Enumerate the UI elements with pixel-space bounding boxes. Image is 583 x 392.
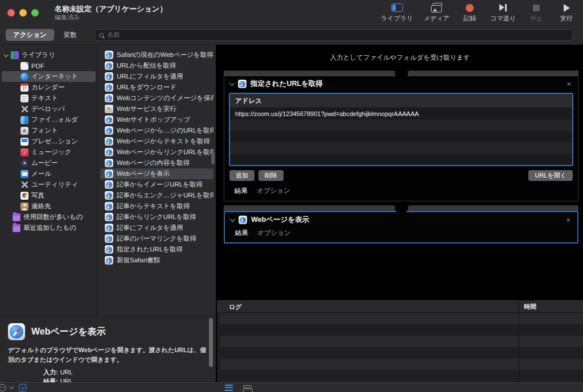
workflow-settings-icon[interactable]	[0, 384, 6, 391]
add-button[interactable]: 追加	[229, 170, 254, 181]
action-list-item[interactable]: 記事にフィルタを適用	[100, 222, 214, 233]
sidebar-item[interactable]: PDF	[2, 60, 96, 71]
toolbar-stop-button[interactable]: 中止	[527, 3, 546, 23]
chevron-down-icon[interactable]	[9, 384, 14, 389]
action-block-display-webpages[interactable]: Webページを表示 × 結果 オプション	[224, 211, 578, 244]
log-row	[220, 313, 583, 324]
tab-actions[interactable]: アクション	[6, 29, 54, 41]
toolbar-record-button[interactable]: 記録	[460, 3, 479, 23]
sidebar-item[interactable]: デベロッパ	[2, 104, 96, 114]
sidebar-item[interactable]: 最近追加したもの	[2, 222, 96, 233]
folder-icon	[13, 213, 20, 221]
close-icon[interactable]: ×	[565, 216, 572, 224]
safari-icon	[239, 216, 247, 224]
time-column-header[interactable]: 時間	[519, 301, 536, 312]
action-list-item[interactable]: 記事からエンク…ジャURLを取得	[100, 190, 214, 201]
zoom-window-button[interactable]	[31, 9, 39, 16]
block-title: 指定されたURLを取得	[251, 79, 561, 89]
action-list-item[interactable]: Webコンテンツのイメージを保存	[100, 93, 214, 104]
media-browser-toggle-icon[interactable]	[19, 384, 27, 391]
log-header: ログ 時間	[217, 301, 583, 313]
results-link[interactable]: 結果	[235, 187, 248, 195]
address-table[interactable]: アドレス https://zoom.us/j/12345678901?pwd=a…	[229, 93, 573, 166]
safari-icon	[238, 80, 247, 88]
toolbar-step-button[interactable]: コマ送り	[490, 3, 516, 23]
delete-button[interactable]: 削除	[258, 170, 284, 181]
action-list-item[interactable]: Webページを表示	[100, 168, 214, 179]
title-bar: 名称未設定（アプリケーション） 編集済み ライブラリ メディア 記録 コマ送り …	[0, 0, 583, 26]
safari-icon	[105, 72, 113, 81]
action-list-item[interactable]: URLをダウンロード	[100, 82, 214, 93]
close-icon[interactable]: ×	[565, 80, 572, 88]
action-list-item[interactable]: Safariの現在のWebページを取得	[100, 49, 214, 60]
pres-icon	[20, 138, 28, 146]
results-link[interactable]: 結果	[235, 229, 248, 237]
sidebar-item[interactable]: メール	[2, 168, 96, 179]
log-row	[217, 370, 583, 381]
toolbar-media-button[interactable]: メディア	[424, 3, 449, 23]
sidebar-item[interactable]: ファイ…ォルダ	[2, 114, 96, 125]
address-rows: https://zoom.us/j/12345678901?pwd=abcdef…	[230, 108, 572, 165]
description-scrollbar[interactable]	[209, 318, 213, 367]
action-list-item[interactable]: URLから配信を取得	[100, 60, 214, 71]
sidebar-item[interactable]: ミュージック	[2, 147, 96, 158]
sidebar-item[interactable]: テキスト	[2, 93, 96, 104]
action-list-item[interactable]: 記事のパーマリンクを取得	[100, 233, 214, 244]
sidebar-item[interactable]: 連絡先	[2, 201, 96, 212]
action-list-item[interactable]: 記事からテキストを取得	[100, 201, 214, 212]
webservice-icon	[105, 105, 113, 113]
action-list-item[interactable]: Webページの内容を取得	[100, 158, 214, 168]
log-panel-view-icon[interactable]	[243, 385, 252, 388]
calendar-icon	[20, 84, 28, 92]
actions-rows: Safariの現在のWebページを取得 URLから配信を取得 URLにフィルタを…	[98, 49, 216, 266]
safari-icon	[105, 51, 113, 59]
url-table-row[interactable]: https://zoom.us/j/12345678901?pwd=abcdef…	[230, 108, 572, 119]
safari-icon	[8, 323, 25, 340]
action-list-item[interactable]: Webサイトポップアップ	[100, 114, 214, 125]
collapse-chevron-icon[interactable]	[230, 216, 236, 222]
sidebar-item[interactable]: ムービー	[2, 158, 96, 168]
sidebar-item[interactable]: インターネット	[2, 71, 96, 82]
log-column-header[interactable]: ログ	[217, 301, 242, 312]
safari-icon	[105, 94, 113, 102]
workflow-connector	[224, 205, 578, 211]
close-window-button[interactable]	[7, 9, 15, 16]
sidebar-item[interactable]: フォント	[2, 125, 96, 136]
action-list-item[interactable]: 新規Safari書類	[100, 255, 214, 266]
sidebar-item[interactable]: 使用回数が多いもの	[2, 212, 96, 222]
sidebar-item[interactable]: プレゼ…ション	[2, 136, 96, 147]
pdf-icon	[20, 62, 28, 70]
action-list-item[interactable]: 記事からリンクURLを取得	[100, 212, 214, 222]
toolbar-run-button[interactable]: 実行	[557, 3, 576, 23]
sidebar-item[interactable]: ライブラリ	[2, 49, 96, 60]
log-list-view-icon[interactable]	[225, 385, 233, 391]
action-list-item[interactable]: Webページからテキストを取得	[100, 136, 214, 147]
chevron-down-icon[interactable]	[3, 52, 8, 57]
minimize-window-button[interactable]	[19, 9, 27, 16]
actions-scrollbar[interactable]	[211, 152, 215, 164]
tab-variables[interactable]: 変数	[56, 29, 84, 41]
description-header: Webページを表示	[8, 323, 208, 340]
action-list-item[interactable]: 指定されたURLを取得	[100, 244, 214, 255]
action-list-item[interactable]: Webサービスを実行	[100, 104, 214, 114]
action-list-item[interactable]: URLにフィルタを適用	[100, 71, 214, 82]
log-rows	[217, 313, 583, 382]
sidebar-item[interactable]: カレンダー	[2, 82, 96, 93]
open-url-button[interactable]: URLを開く	[528, 170, 573, 181]
options-link[interactable]: オプション	[257, 187, 290, 195]
search-input[interactable]: 名前	[95, 29, 573, 41]
options-link[interactable]: オプション	[257, 229, 291, 237]
action-list-item[interactable]: 記事からイメージURLを取得	[100, 179, 214, 190]
automator-window: 名称未設定（アプリケーション） 編集済み ライブラリ メディア 記録 コマ送り …	[0, 0, 583, 392]
books-icon	[11, 51, 19, 59]
action-description-panel: Webページを表示 デフォルトのブラウザでWebページを開きます。渡されたURL…	[0, 316, 216, 382]
sidebar-item[interactable]: 写真	[2, 190, 96, 201]
collapse-chevron-icon[interactable]	[229, 80, 235, 86]
photos-icon	[20, 192, 28, 200]
action-list-item[interactable]: Webページから…ジのURLを取得	[100, 125, 214, 136]
toolbar-library-button[interactable]: ライブラリ	[381, 3, 413, 23]
sidebar-item[interactable]: ユーティリティ	[2, 179, 96, 190]
action-list-item[interactable]: WebページからリンクURLを取得	[100, 147, 214, 158]
action-block-get-specified-urls[interactable]: 指定されたURLを取得 × アドレス https://zoom.us/j/123…	[224, 76, 578, 201]
safari-icon	[105, 137, 113, 146]
